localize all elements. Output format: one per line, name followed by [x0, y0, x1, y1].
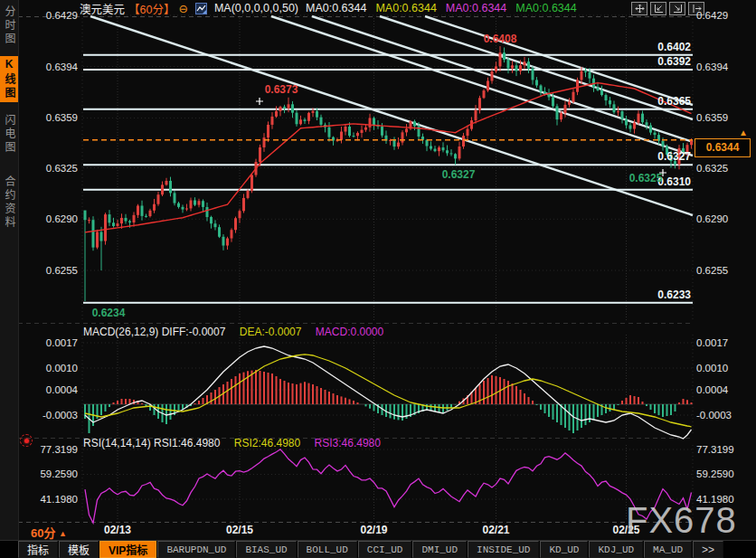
rsi-axis-label: 59.2590 [696, 468, 754, 480]
tab-more-tabs[interactable]: >> [693, 541, 723, 558]
tab-ma-ud[interactable]: MA_UD [644, 541, 692, 558]
collapse-icon[interactable]: ⊖ [178, 2, 187, 15]
price-annotation: 0.6325 [629, 172, 663, 184]
tab-templates[interactable]: 模板 [59, 541, 99, 558]
macd-axis-label: 0.0017 [696, 337, 754, 349]
macd-axis-label: 0.0010 [696, 363, 754, 374]
left-sidebar: 分时图K线图闪电图合约资料 [0, 0, 19, 540]
sidebar-item-flash-chart[interactable]: 闪电图 [0, 114, 18, 155]
tab-dmi-ud[interactable]: DMI_UD [412, 541, 467, 558]
ma-value-0: MA0:0.6344 [306, 2, 366, 14]
sr-line-label: 0.6402 [635, 42, 691, 53]
price-axis-label: 0.6255 [18, 265, 78, 277]
rsi-header: RSI(14,14,14) RSI1:46.4980 RSI2:46.4980 … [83, 437, 381, 449]
scale-left-axis-button[interactable] [650, 2, 666, 15]
price-axis-label: 0.6429 [18, 10, 78, 22]
price-axis-label: 0.6290 [18, 213, 78, 225]
ma-values: MA0:0.6344MA0:0.6344MA0:0.6344MA0:0.6344 [306, 2, 577, 14]
pan-tool-button[interactable] [631, 2, 647, 15]
rsi-axis-label: 41.1980 [18, 494, 78, 506]
macd-header: MACD(26,12,9) DIFF:-0.0007 DEA:-0.0007 M… [83, 326, 383, 338]
tab-vip-indicators[interactable]: VIP指标 [99, 541, 156, 558]
macd-axis-label: 0.0004 [18, 384, 78, 396]
sr-line-label: 0.6392 [635, 56, 691, 68]
price-annotation: 0.6408 [484, 33, 517, 45]
period-badge: 【60分】 [128, 0, 175, 17]
macd-macd-value: MACD:0.0000 [316, 326, 383, 338]
macd-dea-line [85, 355, 692, 427]
macd-diff-line [85, 346, 692, 439]
rsi-title: RSI(14,14,14) RSI1:46.4980 [83, 437, 220, 449]
price-axis-label: 0.6429 [696, 10, 754, 22]
ma-value-2: MA0:0.6344 [446, 2, 506, 14]
chart-type-icon [195, 3, 207, 14]
price-up-arrow-icon: ▲ [739, 128, 748, 137]
ma50-line [85, 83, 692, 232]
macd-axis-label: 0.0010 [18, 363, 78, 374]
macd-axis-label: -0.0003 [18, 410, 78, 421]
price-axis-label: 0.6325 [696, 163, 754, 175]
ma-value-3: MA0:0.6344 [515, 2, 576, 14]
tab-indicators[interactable]: 指标 [18, 541, 58, 558]
price-annotation: 0.6373 [265, 83, 298, 96]
tab-kd-ud[interactable]: KD_UD [540, 541, 588, 558]
tab-kdj-ud[interactable]: KDJ_UD [589, 541, 643, 558]
price-axis-label: 0.6325 [18, 163, 78, 175]
ma-value-1: MA0:0.6344 [375, 2, 436, 14]
chart-canvas[interactable] [0, 0, 756, 558]
sr-line-label: 0.6365 [635, 96, 691, 108]
macd-axis-label: 0.0004 [696, 384, 754, 396]
price-axis-label: 0.6394 [696, 61, 754, 73]
macd-dea-value: DEA:-0.0007 [240, 326, 302, 338]
drawing-anchor-cross[interactable] [256, 98, 263, 105]
sidebar-item-kline-chart[interactable]: K线图 [0, 56, 18, 102]
price-axis-label: 0.6359 [696, 112, 754, 124]
tab-barupdn-ud[interactable]: BARUPDN_UD [157, 541, 235, 558]
chart-application: 分时图K线图闪电图合约资料 澳元美元 【60分】 ⊖ MA(0,0,0,0,0,… [0, 0, 756, 558]
tab-cci-ud[interactable]: CCI_UD [358, 541, 412, 558]
sr-line-label: 0.6327 [635, 151, 691, 163]
period-dropdown-arrow-icon: ▲ [59, 529, 67, 538]
macd-histogram-layer [85, 370, 692, 433]
price-annotation: 0.6234 [92, 307, 126, 319]
candles-layer [84, 46, 694, 301]
date-label: 02/15 [226, 524, 253, 536]
price-axis-label: 0.6359 [18, 112, 78, 124]
trendlines-layer [90, 16, 693, 215]
date-label: 02/21 [482, 524, 509, 536]
tab-inside-ud[interactable]: INSIDE_UD [468, 541, 539, 558]
rsi-axis-label: 77.3199 [696, 444, 754, 456]
price-axis-label: 0.6290 [696, 213, 754, 225]
sidebar-item-timeline-chart[interactable]: 分时图 [0, 5, 18, 46]
scale-right-axis-button[interactable] [669, 2, 685, 15]
rsi-axis-label: 59.2590 [18, 468, 78, 480]
price-axis-label: 0.6394 [18, 61, 78, 73]
period-label: 60分 [31, 526, 55, 540]
symbol-title: 澳元美元 [80, 0, 125, 17]
sidebar-item-contract-info[interactable]: 合约资料 [0, 175, 18, 230]
macd-title: MACD(26,12,9) DIFF:-0.0007 [83, 326, 225, 338]
macd-axis-label: 0.0017 [18, 337, 78, 349]
rsi-line [85, 449, 692, 523]
watermark: FX678 [626, 500, 737, 541]
record-indicator-icon [20, 434, 33, 447]
macd-axis-label: -0.0003 [696, 410, 754, 421]
rsi3-value: RSI3:46.4980 [315, 437, 381, 449]
sr-line-label: 0.6233 [635, 289, 691, 301]
period-indicator[interactable]: 60分 ▲ [31, 524, 67, 541]
current-price-tag: 0.6344 [695, 138, 751, 157]
tab-boll-ud[interactable]: BOLL_UD [298, 541, 357, 558]
tab-bias-ud[interactable]: BIAS_UD [236, 541, 296, 558]
price-axis-label: 0.6255 [696, 265, 754, 277]
ma-settings-label: MA(0,0,0,0,0,50) [214, 2, 298, 14]
date-label: 02/13 [104, 524, 131, 536]
bottom-toolbar: 指标模板VIP指标BARUPDN_UDBIAS_UDBOLL_UDCCI_UDD… [0, 540, 756, 558]
rsi2-value: RSI2:46.4980 [234, 437, 300, 449]
header-tools [631, 2, 704, 15]
date-label: 02/19 [360, 524, 387, 536]
price-annotation: 0.6327 [442, 168, 476, 181]
